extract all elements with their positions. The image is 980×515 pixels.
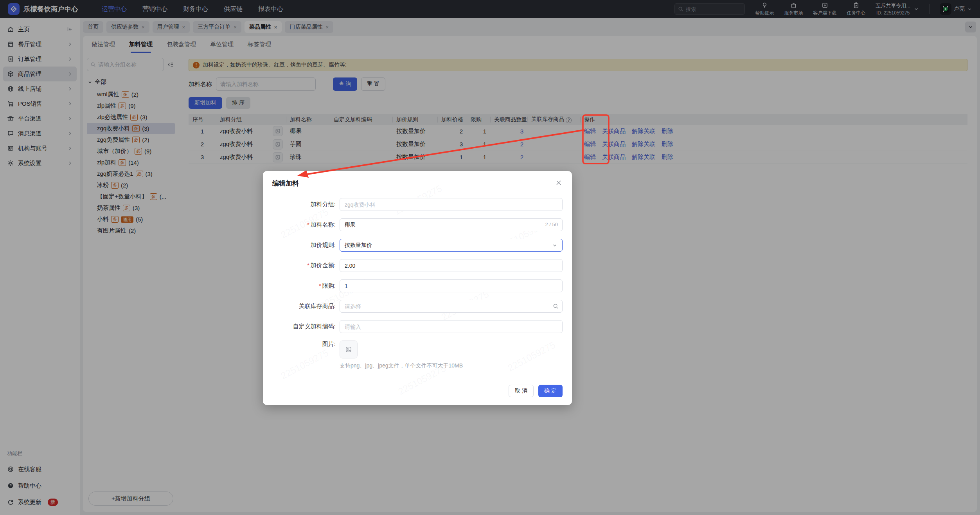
name-field-label: *加料名称: xyxy=(272,221,340,229)
limit-field[interactable] xyxy=(340,279,563,292)
group-field[interactable] xyxy=(340,198,563,211)
rule-field-label: 加价规则: xyxy=(272,241,340,249)
code-field-label: 自定义加料编码: xyxy=(272,323,340,330)
stock-field-label: 关联库存商品: xyxy=(272,303,340,310)
chevron-down-icon xyxy=(552,243,557,248)
pricing-rule-select[interactable]: 按数量加价 xyxy=(340,239,563,252)
amount-field-label: *加价金额: xyxy=(272,262,340,269)
upload-hint: 支持png、jpg、jpeg文件，单个文件不可大于10MB xyxy=(340,362,563,369)
image-field-label: 图片: xyxy=(272,340,340,348)
custom-code-field[interactable] xyxy=(340,320,563,333)
char-counter: 2 / 50 xyxy=(545,221,558,227)
stock-product-select[interactable] xyxy=(340,300,563,313)
name-field[interactable] xyxy=(340,218,563,231)
limit-field-label: *限购: xyxy=(272,282,340,290)
group-field-label: 加料分组: xyxy=(272,201,340,208)
confirm-button[interactable]: 确 定 xyxy=(538,385,563,397)
edit-topping-dialog: 2251059275 2251059275 2251059275 2251059… xyxy=(263,171,572,405)
cancel-button[interactable]: 取 消 xyxy=(509,385,534,397)
amount-field[interactable] xyxy=(340,259,563,272)
image-upload-button[interactable] xyxy=(340,340,358,358)
image-icon xyxy=(345,346,352,353)
search-icon xyxy=(553,303,559,309)
dialog-title: 编辑加料 xyxy=(272,179,299,188)
close-icon[interactable] xyxy=(555,179,563,187)
